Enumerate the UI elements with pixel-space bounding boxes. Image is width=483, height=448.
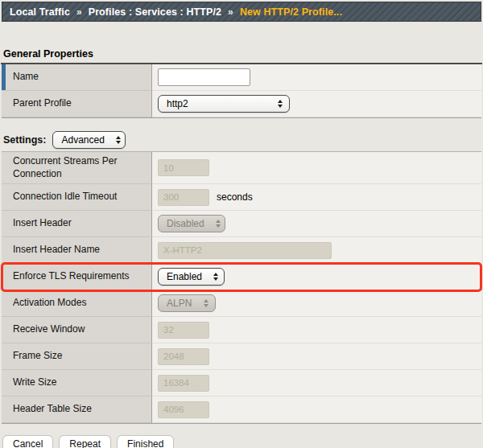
unit-suffix: seconds xyxy=(217,191,253,203)
insert-header-name-input: X-HTTP2 xyxy=(158,242,332,259)
field-label: Concurrent Streams Per Connection xyxy=(13,155,145,180)
header-table-size-input: 4096 xyxy=(158,401,209,418)
table-row-idle-timeout: Connection Idle Timeout 300 seconds xyxy=(2,184,481,211)
finished-button[interactable]: Finished xyxy=(117,435,174,448)
general-properties-table: Name Parent Profile http2 xyxy=(2,64,481,118)
name-value-cell xyxy=(152,64,481,91)
table-row-receive-window: Receive Window 32 xyxy=(2,317,481,343)
updown-arrows-icon xyxy=(204,299,208,307)
table-row-write-size: Write Size 16384 xyxy=(2,370,481,397)
select-value: Advanced xyxy=(61,134,104,146)
select-value: http2 xyxy=(167,98,188,109)
field-value-cell: 300 seconds xyxy=(152,184,481,211)
breadcrumb-separator: » xyxy=(228,6,233,18)
updown-arrows-icon xyxy=(216,220,221,228)
breadcrumb-path-link[interactable]: Profiles : Services : HTTP/2 xyxy=(89,6,221,18)
table-row-insert-header: Insert Header Disabled xyxy=(2,211,481,237)
parent-profile-select[interactable]: http2 xyxy=(158,95,290,113)
field-label: Insert Header xyxy=(13,217,72,230)
settings-mode-select[interactable]: Advanced xyxy=(52,131,126,149)
table-row-parent-profile: Parent Profile http2 xyxy=(2,91,481,117)
name-label-cell: Name xyxy=(2,64,152,91)
field-label: Parent Profile xyxy=(13,97,72,110)
cancel-button[interactable]: Cancel xyxy=(2,435,53,448)
idle-timeout-input: 300 xyxy=(158,189,209,206)
field-label: Header Table Size xyxy=(13,403,92,416)
table-row-frame-size: Frame Size 2048 xyxy=(2,343,481,370)
updown-arrows-icon xyxy=(213,273,218,281)
field-value-cell: Disabled xyxy=(152,211,481,237)
field-label: Write Size xyxy=(13,376,56,389)
field-label-cell: Activation Modes xyxy=(2,290,152,317)
field-label: Connection Idle Timeout xyxy=(13,191,117,203)
field-label-cell: Frame Size xyxy=(2,343,152,370)
settings-selector: Settings: Advanced xyxy=(3,131,483,149)
field-label-cell: Connection Idle Timeout xyxy=(2,184,152,211)
breadcrumb: Local Traffic » Profiles : Services : HT… xyxy=(2,2,481,22)
activation-modes-select: ALPN xyxy=(158,294,216,312)
concurrent-streams-input: 10 xyxy=(158,159,209,176)
field-label: Insert Header Name xyxy=(13,244,100,257)
select-value: Disabled xyxy=(167,218,204,229)
breadcrumb-separator: » xyxy=(76,6,82,18)
settings-label: Settings: xyxy=(3,134,46,146)
receive-window-input: 32 xyxy=(158,322,209,339)
field-value-cell: 4096 xyxy=(152,397,481,423)
field-label-cell: Enforce TLS Requirements xyxy=(2,264,152,290)
field-label: Receive Window xyxy=(13,323,85,336)
parent-profile-value-cell: http2 xyxy=(152,91,481,117)
field-label: Frame Size xyxy=(13,350,62,363)
field-value-cell: ALPN xyxy=(152,290,481,317)
footer-actions: Cancel Repeat Finished xyxy=(2,435,483,448)
name-input[interactable] xyxy=(158,68,250,86)
field-label: Enforce TLS Requirements xyxy=(13,270,130,283)
table-row-activation-modes: Activation Modes ALPN xyxy=(2,290,481,317)
field-value-cell: 10 xyxy=(152,152,481,184)
field-label-cell: Receive Window xyxy=(2,317,152,343)
table-row-name: Name xyxy=(2,64,481,91)
table-row-header-table-size: Header Table Size 4096 xyxy=(2,397,481,423)
parent-profile-label-cell: Parent Profile xyxy=(2,91,152,117)
general-properties-header: General Properties xyxy=(1,48,482,64)
field-value-cell: 32 xyxy=(152,317,481,343)
required-field-marker xyxy=(2,64,6,90)
field-label-cell: Write Size xyxy=(2,370,152,397)
section-title: General Properties xyxy=(3,48,93,60)
select-value: ALPN xyxy=(167,298,192,309)
select-value: Enabled xyxy=(167,271,202,282)
table-row-insert-header-name: Insert Header Name X-HTTP2 xyxy=(2,237,481,264)
field-value-cell: X-HTTP2 xyxy=(152,237,481,264)
breadcrumb-current-page: New HTTP/2 Profile... xyxy=(240,6,342,18)
field-label: Name xyxy=(13,71,39,84)
table-row-concurrent-streams: Concurrent Streams Per Connection 10 xyxy=(2,152,481,184)
field-label: Activation Modes xyxy=(13,297,86,310)
table-row-enforce-tls: Enforce TLS Requirements Enabled xyxy=(2,264,481,290)
field-value-cell: 2048 xyxy=(152,343,481,370)
breadcrumb-section-link[interactable]: Local Traffic xyxy=(10,6,70,18)
insert-header-select: Disabled xyxy=(158,215,225,232)
frame-size-input: 2048 xyxy=(158,348,209,365)
settings-table: Concurrent Streams Per Connection 10 Con… xyxy=(2,151,481,424)
field-label-cell: Header Table Size xyxy=(2,397,152,423)
write-size-input: 16384 xyxy=(158,375,209,392)
enforce-tls-select[interactable]: Enabled xyxy=(158,268,225,286)
field-label-cell: Insert Header xyxy=(2,211,152,237)
repeat-button[interactable]: Repeat xyxy=(59,435,111,448)
updown-arrows-icon xyxy=(116,136,121,144)
field-label-cell: Insert Header Name xyxy=(2,237,152,264)
field-label-cell: Concurrent Streams Per Connection xyxy=(2,152,152,184)
field-value-cell: 16384 xyxy=(152,370,481,397)
field-value-cell: Enabled xyxy=(152,264,481,290)
updown-arrows-icon xyxy=(278,100,283,108)
